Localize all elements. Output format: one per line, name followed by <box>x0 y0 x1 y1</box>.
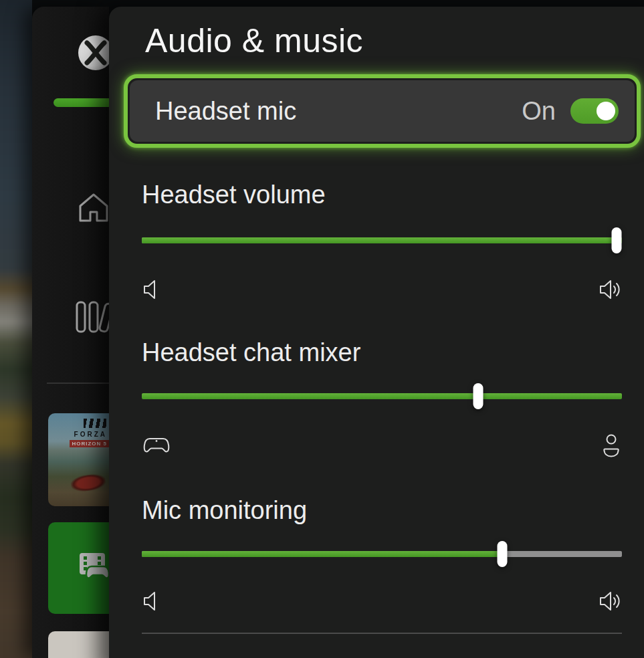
headset-mic-label: Headset mic <box>155 97 296 126</box>
toggle-state-label: On <box>522 97 556 126</box>
headset-chat-mixer-label: Headset chat mixer <box>142 338 360 367</box>
headset-mic-row[interactable]: Headset mic On <box>130 80 635 142</box>
toggle-knob <box>597 102 615 120</box>
audio-music-panel: Audio & music Headset mic On Headset vol… <box>109 7 644 658</box>
headset-volume-slider[interactable] <box>142 237 622 243</box>
active-tab-indicator <box>53 98 109 107</box>
my-games-apps-tile[interactable] <box>48 522 109 614</box>
sidebar-divider <box>47 382 109 384</box>
forza-title-text: FORZA <box>74 431 107 438</box>
headset-volume-label: Headset volume <box>142 181 326 209</box>
slider-thumb[interactable] <box>612 227 622 253</box>
games-apps-icon <box>79 552 109 584</box>
home-icon[interactable] <box>75 191 109 228</box>
slider-fill <box>142 237 622 243</box>
forza-stripes-logo <box>84 419 106 428</box>
mic-monitoring-label: Mic monitoring <box>142 496 307 525</box>
person-icon <box>601 433 622 459</box>
background-landscape <box>0 0 32 658</box>
controller-icon <box>142 435 171 457</box>
section-divider <box>142 633 622 634</box>
slider-thumb[interactable] <box>473 383 483 409</box>
volume-icon-row <box>142 278 622 301</box>
partial-bottom-tile[interactable] <box>48 631 109 658</box>
mic-monitoring-slider[interactable] <box>142 551 622 557</box>
speaker-quiet-icon <box>142 278 160 301</box>
speaker-loud-icon <box>599 590 622 613</box>
headset-mic-toggle[interactable] <box>570 98 619 124</box>
speaker-quiet-icon <box>142 590 160 613</box>
headset-chat-mixer-slider[interactable] <box>142 393 622 399</box>
slider-thumb[interactable] <box>497 541 507 567</box>
page-title: Audio & music <box>145 21 363 60</box>
mic-monitoring-icon-row <box>142 590 622 613</box>
slider-fill <box>142 551 502 557</box>
forza-horizon-5-tile[interactable]: FORZA HORIZON 5 <box>48 413 109 506</box>
forza-car-art <box>70 472 107 493</box>
library-icon[interactable] <box>74 299 109 335</box>
guide-sidebar: FORZA HORIZON 5 <box>32 7 109 658</box>
background-game-art <box>0 0 32 658</box>
xbox-logo-icon[interactable] <box>76 33 109 72</box>
focus-ring: Headset mic On <box>124 74 641 148</box>
forza-subtitle-text: HORIZON 5 <box>70 440 109 447</box>
chat-mixer-icon-row <box>142 433 622 459</box>
speaker-loud-icon <box>599 278 622 301</box>
